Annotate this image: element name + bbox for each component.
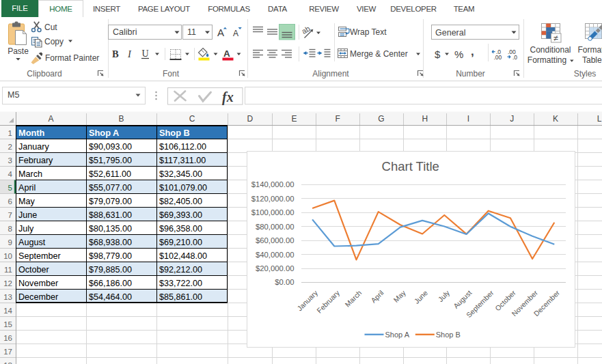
svg-text:11: 11 (4, 266, 12, 274)
svg-text:Chart Title: Chart Title (382, 159, 439, 173)
svg-text:$82,405.00: $82,405.00 (159, 197, 202, 206)
svg-text:L: L (597, 114, 602, 124)
svg-text:February: February (18, 156, 53, 165)
svg-text:$54,464.00: $54,464.00 (89, 292, 132, 302)
svg-text:A: A (223, 48, 230, 59)
svg-text:$92,212.00: $92,212.00 (159, 265, 202, 275)
svg-text:2: 2 (8, 143, 12, 151)
svg-text:$20,000.00: $20,000.00 (256, 264, 295, 272)
svg-text:fx: fx (222, 89, 234, 105)
svg-text:May: May (18, 197, 35, 206)
svg-text:$51,795.00: $51,795.00 (89, 156, 132, 165)
svg-text:$32,345.00: $32,345.00 (159, 169, 202, 179)
svg-text:October: October (18, 265, 49, 275)
svg-text:,: , (471, 45, 474, 58)
svg-text:$106,112.00: $106,112.00 (159, 142, 206, 152)
svg-text:$66,186.00: $66,186.00 (89, 279, 132, 288)
svg-text:$80,135.00: $80,135.00 (89, 224, 132, 234)
svg-text:4: 4 (8, 170, 13, 178)
svg-text:$117,311.00: $117,311.00 (159, 156, 206, 165)
svg-text:3: 3 (8, 156, 12, 165)
svg-text:18: 18 (3, 361, 12, 364)
svg-text:≠: ≠ (553, 33, 558, 43)
svg-text:$96,358.00: $96,358.00 (159, 224, 202, 234)
svg-text:$40,000.00: $40,000.00 (256, 251, 295, 259)
svg-text:17: 17 (3, 348, 12, 356)
svg-text:$69,393.00: $69,393.00 (159, 210, 202, 220)
svg-text:ab: ab (300, 24, 312, 36)
svg-text:U: U (142, 48, 149, 59)
svg-text:13: 13 (3, 293, 12, 301)
svg-text:A: A (217, 27, 224, 38)
svg-text:J: J (510, 114, 514, 124)
svg-text:H: H (422, 114, 428, 124)
svg-text:Month: Month (18, 128, 45, 138)
svg-text:10: 10 (3, 252, 12, 260)
svg-text:$68,938.00: $68,938.00 (89, 238, 132, 247)
svg-text:$98,779.00: $98,779.00 (89, 251, 132, 261)
svg-text:June: June (18, 210, 37, 220)
svg-text:$79,885.00: $79,885.00 (89, 265, 132, 275)
svg-text:$120,000.00: $120,000.00 (251, 195, 295, 203)
svg-text:Shop A: Shop A (89, 128, 119, 138)
svg-text:April: April (18, 183, 36, 193)
svg-text:Shop A: Shop A (385, 331, 410, 339)
svg-text:$102,448.00: $102,448.00 (159, 251, 207, 261)
svg-text:14: 14 (3, 307, 12, 315)
svg-text:September: September (18, 251, 61, 261)
svg-text:D: D (247, 114, 253, 124)
svg-text:$33,722.00: $33,722.00 (159, 279, 202, 288)
svg-text:6: 6 (8, 197, 12, 206)
svg-text:$90,093.00: $90,093.00 (89, 142, 132, 152)
svg-text:$140,000.00: $140,000.00 (251, 180, 295, 188)
svg-text:$52,611.00: $52,611.00 (89, 169, 131, 179)
svg-text:8: 8 (8, 225, 12, 233)
svg-text:$0.00: $0.00 (275, 278, 294, 286)
svg-text:Shop B: Shop B (436, 331, 461, 339)
svg-text:December: December (18, 292, 58, 302)
svg-text:$101,079.00: $101,079.00 (159, 183, 207, 193)
svg-text:1: 1 (8, 129, 12, 137)
svg-text:$88,631.00: $88,631.00 (89, 210, 132, 220)
svg-text:15: 15 (3, 320, 12, 328)
svg-text:November: November (18, 279, 58, 288)
svg-text:$85,861.00: $85,861.00 (159, 292, 202, 302)
svg-text:$55,077.00: $55,077.00 (89, 183, 132, 193)
svg-text:January: January (18, 142, 50, 152)
svg-text:Shop B: Shop B (159, 128, 190, 138)
svg-text:5: 5 (8, 184, 12, 192)
svg-text:B: B (118, 114, 124, 124)
svg-text:.00: .00 (494, 54, 502, 61)
svg-text:C: C (189, 114, 195, 124)
svg-text:A: A (48, 114, 53, 124)
svg-text:F: F (336, 114, 340, 124)
svg-text:G: G (378, 114, 384, 124)
svg-text:K: K (553, 114, 558, 124)
svg-text:$80,000.00: $80,000.00 (256, 223, 295, 231)
svg-text:E: E (291, 114, 297, 124)
svg-text:$100,000.00: $100,000.00 (251, 208, 295, 216)
svg-text:$69,210.00: $69,210.00 (159, 238, 202, 247)
svg-text:%: % (454, 48, 463, 60)
svg-text:I: I (127, 48, 132, 59)
svg-text:B: B (112, 48, 119, 59)
svg-text:$60,000.00: $60,000.00 (256, 236, 295, 244)
svg-text:$: $ (435, 48, 441, 60)
svg-text:7: 7 (8, 211, 12, 219)
svg-text:$79,079.00: $79,079.00 (89, 197, 132, 206)
svg-text:9: 9 (8, 238, 12, 247)
svg-text:12: 12 (3, 279, 12, 288)
svg-text:16: 16 (3, 334, 12, 342)
svg-text:July: July (18, 224, 34, 234)
svg-text:.0: .0 (512, 54, 517, 61)
svg-text:A: A (233, 29, 238, 38)
svg-text:August: August (18, 238, 46, 247)
svg-text:March: March (18, 169, 42, 179)
svg-text:I: I (467, 114, 469, 124)
